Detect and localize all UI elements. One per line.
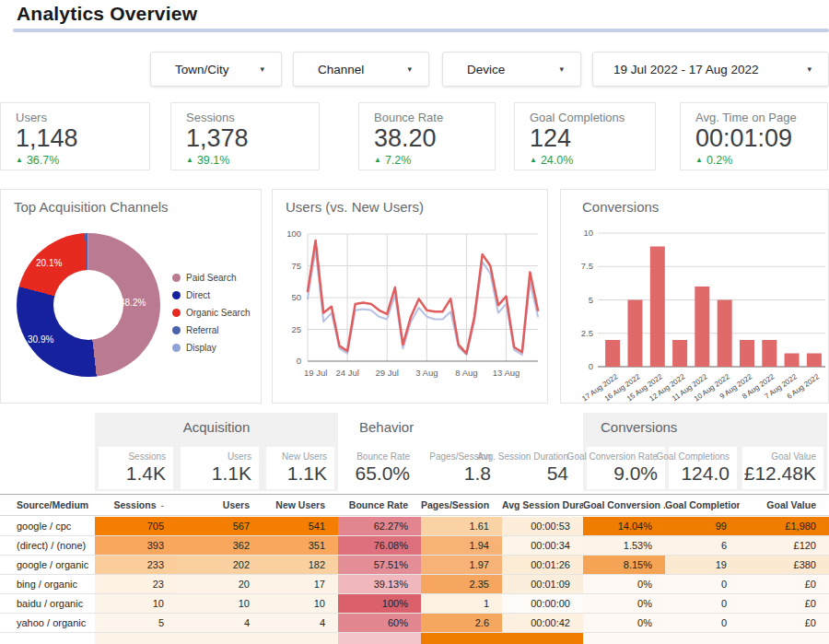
table-cell: 4 xyxy=(263,614,338,632)
row-label xyxy=(0,633,95,644)
table-cell: 76.08% xyxy=(338,536,421,555)
dashboard: Analytics Overview Town/City ▾ Channel ▾… xyxy=(0,0,829,644)
group-label-behavior: Behavior xyxy=(359,419,414,435)
column-header-1[interactable]: Sessions- xyxy=(95,499,177,510)
bar[interactable] xyxy=(785,354,800,368)
summary-value: 9.0% xyxy=(613,463,658,485)
date-range-picker[interactable]: 19 Jul 2022 - 17 Aug 2022 ▾ xyxy=(592,52,829,87)
bar[interactable] xyxy=(605,340,620,367)
arrow-up-icon: ▲ xyxy=(16,157,23,164)
summary-new-users: New Users 1.1K xyxy=(266,447,334,489)
legend-label: Display xyxy=(186,343,216,353)
row-label: bing / organic xyxy=(0,575,95,593)
column-header-5[interactable]: Pages/Session xyxy=(421,499,502,510)
svg-text:2.5: 2.5 xyxy=(581,328,593,338)
summary-goal-conversion-rate: Goal Conversion Rate 9.0% xyxy=(587,447,665,489)
table-cell xyxy=(502,633,583,644)
table-row[interactable]: yahoo / organic54460%2.600:00:420%0£0 xyxy=(0,614,829,633)
column-header-source-medium[interactable]: Source/Medium xyxy=(0,499,95,510)
table-row[interactable]: google / cpc70556754162.27%1.6100:00:531… xyxy=(0,517,829,536)
table-cell: £380 xyxy=(740,556,829,574)
table-header-row: Source/MediumSessions-UsersNew UsersBoun… xyxy=(0,494,829,516)
row-label: yahoo / organic xyxy=(0,614,95,632)
column-header-7[interactable]: Goal Conversion ... xyxy=(583,499,665,510)
summary-bounce-rate: Bounce Rate 65.0% xyxy=(345,447,417,489)
scorecard-delta: ▲24.0% xyxy=(530,154,655,167)
svg-text:0: 0 xyxy=(297,356,301,366)
donut-legend: Paid SearchDirectOrganic SearchReferralD… xyxy=(172,269,250,357)
svg-text:100: 100 xyxy=(286,228,301,239)
table-cell: 541 xyxy=(263,517,338,535)
legend-item: Display xyxy=(172,339,250,357)
summary-value: 124.0 xyxy=(681,463,730,485)
filter-channel[interactable]: Channel ▾ xyxy=(293,52,429,87)
panel-users-vs-new-users[interactable]: Users (vs. New Users) 19 Jul24 Jul29 Jul… xyxy=(272,189,548,404)
table-cell: 567 xyxy=(177,517,263,535)
line-chart-svg[interactable]: 19 Jul24 Jul29 Jul3 Aug8 Aug13 Aug025507… xyxy=(273,216,547,403)
legend-dot-icon xyxy=(172,326,181,334)
title-underline xyxy=(13,29,829,32)
bar-chart-svg[interactable]: 02.557.51017 Aug 202216 Aug 202215 Aug 2… xyxy=(561,216,828,404)
filter-device[interactable]: Device ▾ xyxy=(442,52,581,87)
filter-town-city[interactable]: Town/City ▾ xyxy=(150,52,282,87)
column-header-6[interactable]: Avg Session Durat... xyxy=(502,499,583,510)
table-cell: 182 xyxy=(263,556,338,574)
column-header-4[interactable]: Bounce Rate xyxy=(338,499,421,510)
delta-value: 36.7% xyxy=(27,154,59,167)
legend-label: Paid Search xyxy=(186,273,236,283)
summary-sessions: Sessions 1.4K xyxy=(99,447,173,489)
column-header-8[interactable]: Goal Completions xyxy=(665,499,740,510)
date-range-label: 19 Jul 2022 - 17 Aug 2022 xyxy=(613,63,759,76)
summary-users: Users 1.1K xyxy=(181,447,259,489)
table-row[interactable]: bing / organic23201739.13%2.3500:01:090%… xyxy=(0,575,829,594)
summary-label: Goal Value xyxy=(771,451,816,462)
table-row[interactable]: baidu / organic101010100%100:00:000%0£0 xyxy=(0,594,829,614)
row-label: baidu / organic xyxy=(0,594,95,613)
table-row[interactable] xyxy=(0,633,829,644)
scorecard-label: Goal Completions xyxy=(530,111,655,124)
summary-goal-completions: Goal Completions 124.0 xyxy=(669,447,737,489)
donut-chart[interactable]: 48.2% 30.9% 20.1% xyxy=(17,233,160,377)
table-cell: £1,980 xyxy=(740,517,829,535)
table-cell xyxy=(583,633,665,644)
bar[interactable] xyxy=(695,287,709,367)
summary-label: Goal Conversion Rate xyxy=(567,451,658,462)
column-header-label: Pages/Session xyxy=(421,499,489,510)
table-row[interactable]: (direct) / (none)39336235176.08%1.9400:0… xyxy=(0,536,829,556)
bar[interactable] xyxy=(740,340,754,367)
table-cell: 0% xyxy=(583,575,665,593)
svg-text:0: 0 xyxy=(589,361,593,371)
summary-value: 54 xyxy=(547,463,568,485)
svg-text:19 Jul: 19 Jul xyxy=(304,368,327,378)
bar[interactable] xyxy=(628,300,643,368)
panel-top-acquisition-channels[interactable]: Top Acquisition Channels 48.2% 30.9% 20.… xyxy=(0,189,262,404)
slice-label-paid-search: 48.2% xyxy=(120,298,146,308)
table-cell xyxy=(338,633,421,644)
table-cell: 00:01:26 xyxy=(502,556,583,574)
bar[interactable] xyxy=(807,354,822,368)
table-cell: 17 xyxy=(263,575,338,593)
bar[interactable] xyxy=(762,340,776,367)
column-header-9[interactable]: Goal Value xyxy=(740,499,829,510)
column-header-3[interactable]: New Users xyxy=(263,499,338,510)
arrow-up-icon: ▲ xyxy=(374,157,381,164)
bar[interactable] xyxy=(650,247,665,368)
table-row[interactable]: google / organic23320218257.51%1.9700:01… xyxy=(0,556,829,575)
page-title: Analytics Overview xyxy=(17,3,197,25)
svg-text:8 Aug: 8 Aug xyxy=(455,368,477,378)
bar[interactable] xyxy=(672,340,687,367)
table-cell xyxy=(740,633,829,644)
table-cell: 57.51% xyxy=(338,556,421,574)
table-cell: 00:01:09 xyxy=(502,575,583,593)
table-cell: 393 xyxy=(95,536,177,555)
column-header-label: Source/Medium xyxy=(17,499,88,510)
table-cell: 1 xyxy=(421,594,502,613)
column-header-2[interactable]: Users xyxy=(177,499,263,510)
table-cell xyxy=(665,633,740,644)
chart-title: Users (vs. New Users) xyxy=(273,190,547,215)
summary-label: Users xyxy=(228,451,251,462)
bar[interactable] xyxy=(718,300,732,368)
table-cell xyxy=(177,633,263,644)
panel-conversions[interactable]: Conversions 02.557.51017 Aug 202216 Aug … xyxy=(560,189,829,404)
chevron-down-icon: ▾ xyxy=(260,64,264,74)
